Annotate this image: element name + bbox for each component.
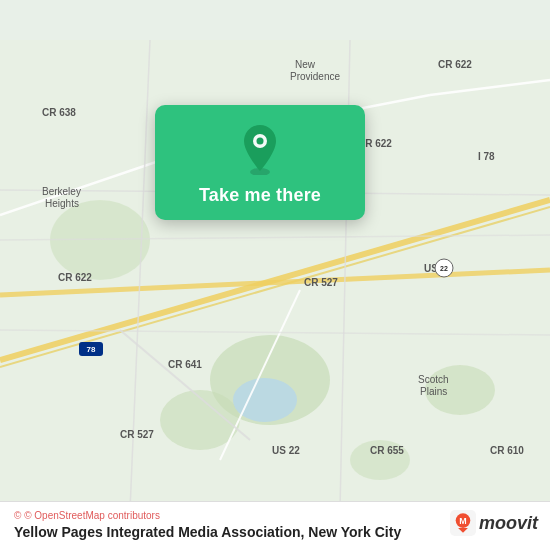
svg-text:CR 655: CR 655 [370, 445, 404, 456]
svg-text:US 22: US 22 [272, 445, 300, 456]
take-me-there-card[interactable]: Take me there [155, 105, 365, 220]
moovit-logo: M moovit [450, 510, 538, 536]
moovit-text: moovit [479, 513, 538, 534]
map-background: CR 638 CR 622 New Providence (655) CR 62… [0, 0, 550, 550]
location-icon-wrap [234, 123, 286, 175]
svg-text:CR 610: CR 610 [490, 445, 524, 456]
copyright-symbol: © [14, 510, 21, 521]
svg-text:CR 622: CR 622 [58, 272, 92, 283]
location-pin-icon [238, 123, 282, 175]
svg-text:CR 527: CR 527 [120, 429, 154, 440]
svg-point-6 [233, 378, 297, 422]
svg-text:Heights: Heights [45, 198, 79, 209]
take-me-there-label: Take me there [199, 185, 321, 206]
svg-text:New: New [295, 59, 316, 70]
svg-text:Scotch: Scotch [418, 374, 449, 385]
svg-text:Plains: Plains [420, 386, 447, 397]
map-container: CR 638 CR 622 New Providence (655) CR 62… [0, 0, 550, 550]
svg-text:22: 22 [440, 265, 448, 272]
svg-text:CR 527: CR 527 [304, 277, 338, 288]
svg-text:CR 622: CR 622 [438, 59, 472, 70]
svg-text:CR 641: CR 641 [168, 359, 202, 370]
svg-text:CR 638: CR 638 [42, 107, 76, 118]
svg-text:Berkeley: Berkeley [42, 186, 81, 197]
moovit-icon: M [450, 510, 476, 536]
svg-text:Providence: Providence [290, 71, 340, 82]
attribution-text: © OpenStreetMap contributors [24, 510, 160, 521]
svg-text:M: M [459, 516, 466, 526]
svg-point-46 [257, 138, 264, 145]
svg-text:78: 78 [87, 345, 96, 354]
svg-text:I 78: I 78 [478, 151, 495, 162]
